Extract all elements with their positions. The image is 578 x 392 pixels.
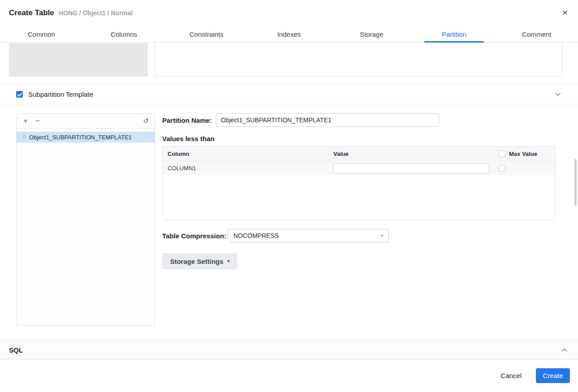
list-toolbar: + − ↺ xyxy=(17,114,155,129)
list-item-selected[interactable]: ⠿ Object1_SUBPARTITION_TEMPLATE1 xyxy=(17,132,155,142)
tab-storage[interactable]: Storage xyxy=(330,26,413,42)
tab-label: Common xyxy=(28,30,55,38)
storage-settings-button[interactable]: Storage Settings ▾ xyxy=(162,253,237,269)
sql-section-bar[interactable]: SQL xyxy=(0,340,578,360)
caret-down-icon: ▾ xyxy=(228,259,230,263)
tab-label: Partition xyxy=(442,30,466,38)
tab-label: Constraints xyxy=(190,30,224,38)
tab-label: Storage xyxy=(360,30,384,38)
subpartition-template-section-header: Subpartition Template xyxy=(0,84,578,104)
tab-bar: Common Columns Constraints Indexes Stora… xyxy=(0,26,578,43)
max-value-header-checkbox[interactable] xyxy=(499,151,505,157)
drag-handle-icon[interactable]: ⠿ xyxy=(22,135,26,140)
column-header-max-value: Max Value xyxy=(499,151,555,157)
max-value-cell xyxy=(499,165,555,172)
values-table-header: Column Value Max Value xyxy=(163,146,555,161)
value-input[interactable] xyxy=(333,164,489,173)
partition-name-label: Partition Name: xyxy=(162,116,212,124)
tab-comment[interactable]: Comment xyxy=(496,26,578,42)
list-item-label: Object1_SUBPARTITION_TEMPLATE1 xyxy=(29,134,132,141)
caret-down-icon: ▾ xyxy=(381,233,383,238)
subpartition-list: ⠿ Object1_SUBPARTITION_TEMPLATE1 xyxy=(17,129,155,142)
tab-indexes[interactable]: Indexes xyxy=(248,26,330,42)
cancel-button[interactable]: Cancel xyxy=(500,372,522,379)
subpartition-template-checkbox[interactable] xyxy=(16,91,23,98)
breadcrumb: HONG / Object1 / Normal xyxy=(59,9,133,17)
subpartition-template-label: Subpartition Template xyxy=(28,90,93,98)
close-icon[interactable]: ✕ xyxy=(562,9,568,17)
tab-common[interactable]: Common xyxy=(0,26,82,42)
column-header-value: Value xyxy=(333,151,499,157)
tab-constraints[interactable]: Constraints xyxy=(165,26,248,42)
chevron-down-icon[interactable] xyxy=(555,92,561,96)
column-name-cell: COLUMN1 xyxy=(163,165,333,172)
tab-label: Columns xyxy=(111,30,137,38)
column-header-column: Column xyxy=(163,151,333,157)
sql-section-label: SQL xyxy=(9,346,23,354)
dialog-header: Create Table HONG / Object1 / Normal ✕ xyxy=(0,0,578,26)
create-button[interactable]: Create xyxy=(536,368,570,383)
table-compression-select[interactable]: NOCOMPRESS ▾ xyxy=(228,229,389,242)
max-value-row-checkbox[interactable] xyxy=(499,165,505,172)
subpartition-list-panel: + − ↺ ⠿ Object1_SUBPARTITION_TEMPLATE1 xyxy=(16,113,155,326)
chevron-up-icon[interactable] xyxy=(561,348,567,352)
vertical-scrollbar-thumb[interactable] xyxy=(574,159,577,206)
dialog-footer: Cancel Create xyxy=(500,368,570,383)
tab-label: Indexes xyxy=(277,30,301,38)
cropped-panel-left xyxy=(9,43,148,77)
values-less-than-label: Values less than xyxy=(162,135,215,142)
table-compression-value: NOCOMPRESS xyxy=(233,232,279,239)
table-compression-label: Table Compression: xyxy=(162,232,226,240)
table-row: COLUMN1 xyxy=(163,161,555,175)
remove-item-button[interactable]: − xyxy=(35,117,39,125)
cropped-panel-right xyxy=(155,43,562,77)
storage-settings-label: Storage Settings xyxy=(170,258,223,265)
page-title: Create Table xyxy=(9,9,54,17)
refresh-icon[interactable]: ↺ xyxy=(143,117,149,125)
partition-name-input[interactable] xyxy=(216,113,439,127)
tab-columns[interactable]: Columns xyxy=(82,26,165,42)
max-value-header-label: Max Value xyxy=(509,151,537,157)
tab-label: Comment xyxy=(522,30,551,38)
value-cell xyxy=(333,164,499,173)
add-item-button[interactable]: + xyxy=(23,117,27,125)
values-table: Column Value Max Value COLUMN1 xyxy=(162,146,556,220)
tab-partition[interactable]: Partition xyxy=(413,26,495,42)
